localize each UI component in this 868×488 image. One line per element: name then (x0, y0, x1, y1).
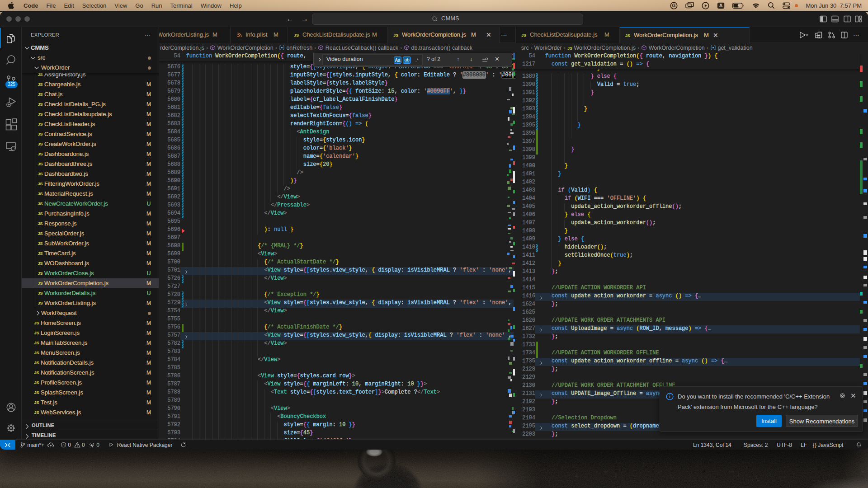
svg-text:G: G (672, 3, 676, 8)
svg-text:A: A (719, 3, 723, 8)
